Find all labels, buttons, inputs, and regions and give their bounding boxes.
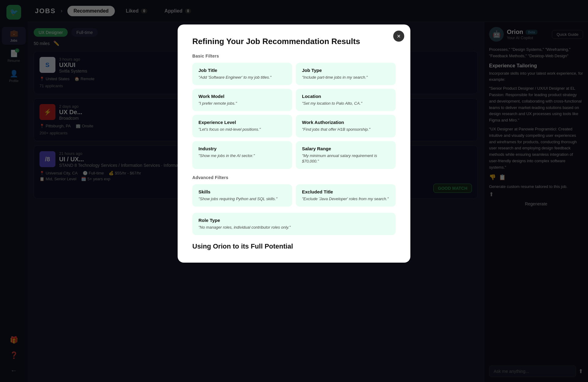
filter-title: Salary Range — [302, 146, 390, 151]
basic-filters-label: Basic Filters — [192, 54, 396, 58]
filter-title: Skills — [198, 189, 286, 194]
filter-title: Job Title — [198, 68, 286, 73]
filter-example: "Exclude 'Java Developer' roles from my … — [302, 196, 390, 202]
modal-title: Refining Your Job Recommendation Results — [192, 37, 396, 46]
modal-footer-title: Using Orion to its Full Potential — [192, 242, 396, 250]
modal: × Refining Your Job Recommendation Resul… — [178, 24, 410, 263]
filter-card-experience-level[interactable]: Experience Level "Let's focus on mid-lev… — [192, 115, 292, 137]
filter-example: "I prefer remote jobs." — [198, 101, 286, 106]
basic-filters-grid: Job Title "Add 'Software Engineer' to my… — [192, 63, 396, 169]
filter-title: Work Model — [198, 94, 286, 99]
advanced-filters-label: Advanced Filters — [192, 175, 396, 180]
filter-title: Excluded Title — [302, 189, 390, 194]
filter-example: "Let's focus on mid-level positions." — [198, 127, 286, 132]
filter-card-work-auth[interactable]: Work Authorization "Find jobs that offer… — [296, 115, 396, 137]
filter-example: "Show me jobs in the AI sector." — [198, 153, 286, 159]
filter-title: Industry — [198, 146, 286, 151]
filter-card-industry[interactable]: Industry "Show me jobs in the AI sector.… — [192, 141, 292, 169]
modal-close-button[interactable]: × — [393, 31, 404, 42]
filter-example: "Set my location to Palo Alto, CA." — [302, 101, 390, 106]
modal-overlay[interactable]: × Refining Your Job Recommendation Resul… — [0, 0, 588, 382]
filter-card-location[interactable]: Location "Set my location to Palo Alto, … — [296, 89, 396, 111]
filter-title: Experience Level — [198, 120, 286, 125]
filter-card-role-type[interactable]: Role Type "No manager roles, individual … — [192, 213, 396, 235]
filter-example: "Show jobs requiring Python and SQL skil… — [198, 196, 286, 202]
filter-title: Role Type — [198, 218, 390, 223]
filter-card-excluded-title[interactable]: Excluded Title "Exclude 'Java Developer'… — [296, 184, 396, 207]
filter-title: Job Type — [302, 68, 390, 73]
filter-example: "Add 'Software Engineer' to my job title… — [198, 75, 286, 80]
filter-card-skills[interactable]: Skills "Show jobs requiring Python and S… — [192, 184, 292, 207]
filter-card-work-model[interactable]: Work Model "I prefer remote jobs." — [192, 89, 292, 111]
filter-card-job-type[interactable]: Job Type "Include part-time jobs in my s… — [296, 63, 396, 85]
filter-title: Location — [302, 94, 390, 99]
filter-title: Work Authorization — [302, 120, 390, 125]
filter-example: "My minimum annual salary requirement is… — [302, 153, 390, 164]
filter-card-salary[interactable]: Salary Range "My minimum annual salary r… — [296, 141, 396, 169]
filter-example: "Include part-time jobs in my search." — [302, 75, 390, 80]
filter-example: "No manager roles, individual contributo… — [198, 225, 390, 230]
filter-example: "Find jobs that offer H1B sponsorship." — [302, 127, 390, 132]
advanced-filters-grid: Skills "Show jobs requiring Python and S… — [192, 184, 396, 207]
filter-card-job-title[interactable]: Job Title "Add 'Software Engineer' to my… — [192, 63, 292, 85]
